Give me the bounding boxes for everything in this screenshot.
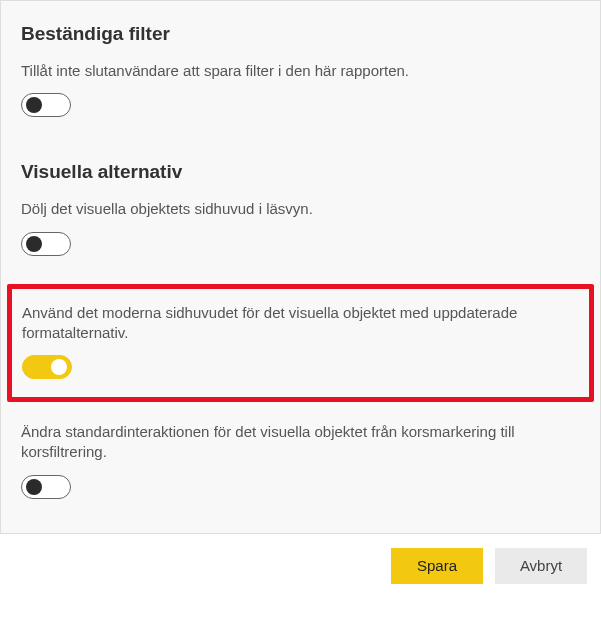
toggle-knob — [26, 479, 42, 495]
option-hide-visual-header: Dölj det visuella objektets sidhuvud i l… — [21, 199, 580, 259]
toggle-knob — [26, 97, 42, 113]
option-disable-save-filters-label: Tillåt inte slutanvändare att spara filt… — [21, 61, 580, 81]
dialog-footer: Spara Avbryt — [0, 534, 601, 592]
option-cross-filter-default-label: Ändra standardinteraktionen för det visu… — [21, 422, 580, 463]
option-modern-visual-header-label: Använd det moderna sidhuvudet för det vi… — [22, 303, 579, 344]
option-disable-save-filters: Tillåt inte slutanvändare att spara filt… — [21, 61, 580, 121]
save-button[interactable]: Spara — [391, 548, 483, 584]
cancel-button[interactable]: Avbryt — [495, 548, 587, 584]
toggle-hide-visual-header[interactable] — [21, 232, 71, 256]
visual-options-heading: Visuella alternativ — [21, 161, 580, 183]
option-hide-visual-header-label: Dölj det visuella objektets sidhuvud i l… — [21, 199, 580, 219]
toggle-modern-visual-header[interactable] — [22, 355, 72, 379]
option-cross-filter-default: Ändra standardinteraktionen för det visu… — [21, 422, 580, 503]
persistent-filters-heading: Beständiga filter — [21, 23, 580, 45]
toggle-cross-filter-default[interactable] — [21, 475, 71, 499]
highlighted-option: Använd det moderna sidhuvudet för det vi… — [7, 284, 594, 403]
toggle-knob — [51, 359, 67, 375]
toggle-disable-save-filters[interactable] — [21, 93, 71, 117]
toggle-knob — [26, 236, 42, 252]
option-modern-visual-header: Använd det moderna sidhuvudet för det vi… — [22, 303, 579, 384]
settings-panel: Beständiga filter Tillåt inte slutanvänd… — [0, 0, 601, 534]
